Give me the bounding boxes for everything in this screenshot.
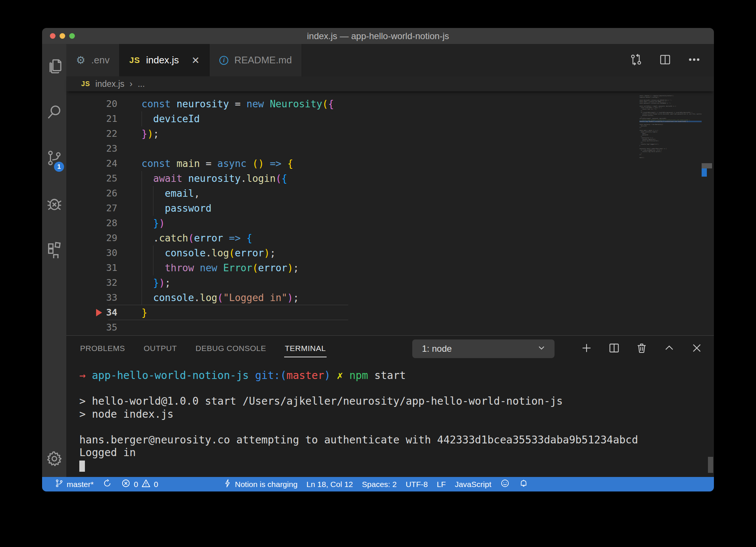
tab-label: .env <box>91 54 109 66</box>
close-tab-icon[interactable]: ✕ <box>191 56 200 65</box>
code-text[interactable]: email, <box>117 186 200 201</box>
minimap[interactable]: const { Notion } = require("@neurosity/n… <box>639 95 702 162</box>
title-bar: index.js — app-hello-world-notion-js <box>42 28 714 44</box>
code-line[interactable]: 30console.log(error); <box>66 246 714 260</box>
code-text[interactable]: const neurosity = new Neurosity({ <box>117 97 334 111</box>
code-text[interactable]: const main = async () => { <box>117 156 293 171</box>
code-editor[interactable]: 20const neurosity = new Neurosity({21dev… <box>66 91 714 335</box>
indentation-status[interactable]: Spaces: 2 <box>358 477 401 491</box>
breadcrumb-file[interactable]: index.js <box>95 79 124 89</box>
sync-status[interactable] <box>98 477 117 491</box>
terminal-cursor-line[interactable] <box>79 459 714 472</box>
tab-readme-md[interactable]: i README.md <box>210 44 302 76</box>
maximize-panel-icon[interactable] <box>663 342 675 355</box>
code-text[interactable]: console.log(error); <box>117 246 276 260</box>
warning-count: 0 <box>154 480 158 489</box>
scrollbar-handle[interactable] <box>702 163 712 168</box>
panel-tab-output[interactable]: OUTPUT <box>143 340 178 357</box>
split-terminal-icon[interactable] <box>608 342 620 355</box>
open-changes-icon[interactable] <box>630 53 642 67</box>
scrollbar-info-marker <box>702 168 707 177</box>
kill-terminal-icon[interactable] <box>636 342 648 355</box>
breadcrumb-separator-icon: › <box>130 79 133 89</box>
activity-settings-button[interactable] <box>42 442 66 477</box>
activity-explorer-button[interactable] <box>42 44 66 90</box>
code-line[interactable]: 31throw new Error(error); <box>66 260 714 275</box>
terminal-output[interactable]: → app-hello-world-notion-js git:(master)… <box>66 360 714 472</box>
activity-search-button[interactable] <box>42 90 66 136</box>
line-number: 29 <box>66 231 117 246</box>
code-text[interactable]: }); <box>117 126 159 141</box>
lightning-icon <box>223 479 232 490</box>
code-text[interactable]: throw new Error(error); <box>117 260 299 275</box>
code-text[interactable]: .catch(error => { <box>117 231 252 246</box>
chevron-down-icon <box>537 343 546 355</box>
code-line[interactable]: 29.catch(error => { <box>66 231 714 246</box>
editor-scrollbar[interactable] <box>702 91 714 335</box>
code-text[interactable]: }) <box>117 216 165 231</box>
code-line[interactable]: 33console.log("Logged in"); <box>66 290 714 305</box>
git-branch-status[interactable]: master* <box>50 477 98 491</box>
notifications-status[interactable] <box>514 477 533 491</box>
tab-env[interactable]: ⚙ .env <box>66 44 120 76</box>
tab-index-js[interactable]: JS index.js ✕ <box>120 44 210 76</box>
code-line[interactable]: 27password <box>66 201 714 216</box>
code-text[interactable]: console.log("Logged in"); <box>117 290 299 305</box>
panel-header: PROBLEMS OUTPUT DEBUG CONSOLE TERMINAL 1… <box>66 336 714 360</box>
activity-bar: 1 <box>42 44 66 477</box>
extensions-icon <box>46 241 63 260</box>
eol-status[interactable]: LF <box>432 477 451 491</box>
line-number: 20 <box>66 97 117 111</box>
editor-actions <box>630 44 714 76</box>
line-number: 24 <box>66 156 117 171</box>
code-text[interactable]: await neurosity.login({ <box>117 171 287 186</box>
cursor-position-status[interactable]: Ln 18, Col 12 <box>302 477 358 491</box>
code-line[interactable]: 23 <box>66 141 714 156</box>
panel-tab-terminal[interactable]: TERMINAL <box>284 340 327 357</box>
code-text[interactable] <box>117 320 142 335</box>
error-count: 0 <box>134 480 138 489</box>
activity-source-control-button[interactable]: 1 <box>42 136 66 181</box>
split-editor-icon[interactable] <box>659 53 671 67</box>
code-text[interactable]: deviceId <box>117 111 200 126</box>
code-line[interactable]: 21deviceId <box>66 111 714 126</box>
smiley-icon <box>500 478 510 490</box>
activity-debug-button[interactable] <box>42 181 66 227</box>
code-line[interactable]: 28}) <box>66 216 714 231</box>
terminal-selector-dropdown[interactable]: 1: node <box>412 339 555 358</box>
code-line[interactable]: 35 <box>66 320 714 335</box>
status-bar: master* 0 <box>42 477 714 491</box>
terminal-scrollbar-handle[interactable] <box>708 457 713 473</box>
bell-icon <box>519 478 528 490</box>
code-text[interactable]: }); <box>117 275 171 290</box>
language-status[interactable]: JavaScript <box>450 477 496 491</box>
close-panel-icon[interactable] <box>691 342 703 355</box>
panel-tab-problems[interactable]: PROBLEMS <box>79 340 126 357</box>
code-line[interactable]: 20const neurosity = new Neurosity({ <box>66 97 714 111</box>
code-line[interactable]: 24const main = async () => { <box>66 156 714 171</box>
desktop: index.js — app-hello-world-notion-js <box>0 0 756 547</box>
code-line[interactable]: 34} <box>66 305 714 320</box>
new-terminal-icon[interactable] <box>581 342 593 355</box>
panel-tab-debug-console[interactable]: DEBUG CONSOLE <box>195 340 267 357</box>
code-line[interactable]: 25await neurosity.login({ <box>66 171 714 186</box>
line-number: 35 <box>66 320 117 335</box>
breadcrumb-symbol[interactable]: ... <box>138 79 145 89</box>
minimap-line: console.log(`${email} attempting to auth… <box>639 121 702 122</box>
code-area[interactable]: 20const neurosity = new Neurosity({21dev… <box>66 97 714 335</box>
power-status[interactable]: Notion is charging <box>219 477 302 491</box>
activity-extensions-button[interactable] <box>42 227 66 273</box>
code-line[interactable]: 32}); <box>66 275 714 290</box>
code-text[interactable]: } <box>117 305 147 320</box>
code-line[interactable]: 22}); <box>66 126 714 141</box>
vscode-window: index.js — app-hello-world-notion-js <box>42 28 714 491</box>
terminal-line: Logged in <box>79 446 714 459</box>
code-text[interactable]: password <box>117 201 212 216</box>
breadcrumb: JS index.js › ... <box>66 76 714 91</box>
problems-status[interactable]: 0 0 <box>117 477 162 491</box>
encoding-status[interactable]: UTF-8 <box>401 477 432 491</box>
more-actions-icon[interactable] <box>688 53 701 67</box>
code-line[interactable]: 26email, <box>66 186 714 201</box>
code-text[interactable] <box>117 141 142 156</box>
feedback-status[interactable] <box>496 477 514 491</box>
